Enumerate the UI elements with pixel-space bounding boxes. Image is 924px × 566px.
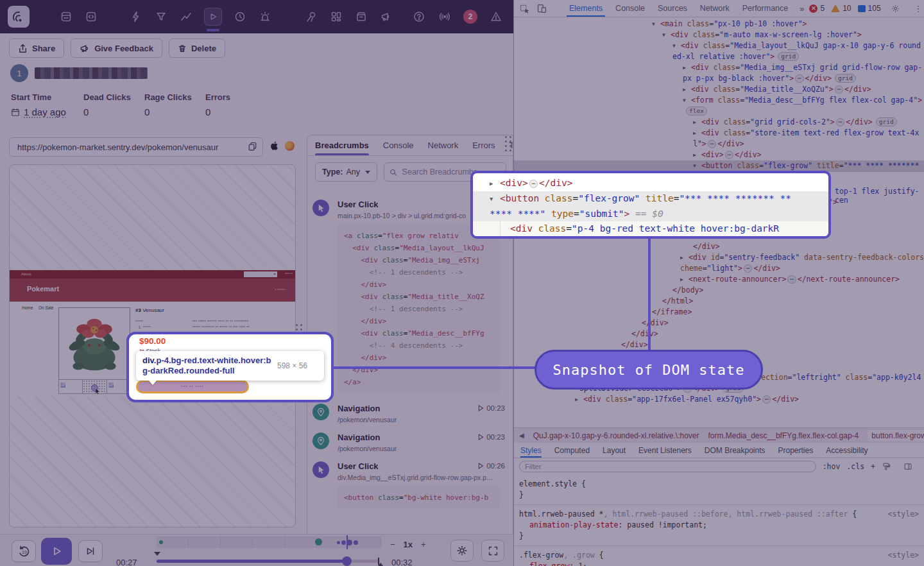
site-onsale-link[interactable]: On Sale (38, 305, 54, 310)
css-rule[interactable]: element.style {} (514, 475, 924, 504)
inspect-element-icon[interactable] (519, 3, 530, 14)
tab-layout[interactable]: Layout (603, 443, 626, 458)
issues-count[interactable]: 105 (858, 4, 881, 13)
styles-filter-input[interactable] (519, 461, 816, 472)
site-home-link[interactable]: Home (22, 305, 33, 310)
kebab-menu-icon[interactable]: ⋮ (911, 4, 924, 13)
devtools-resize-grip[interactable] (505, 136, 512, 152)
tab-console[interactable]: Console (609, 0, 651, 17)
dom-tree-row[interactable]: </div> (514, 318, 924, 329)
tab-network[interactable]: Network (428, 135, 459, 155)
tab-elements[interactable]: Elements (563, 0, 609, 17)
stats-icon[interactable] (179, 10, 193, 24)
explore-icon[interactable] (304, 10, 318, 24)
rewind-10s-button[interactable]: 10 (12, 540, 36, 562)
tab-errors[interactable]: Errors (472, 135, 495, 155)
sidebar-toggle-icon[interactable] (903, 462, 912, 471)
warning-count[interactable]: 10 (831, 4, 851, 13)
give-feedback-button[interactable]: Give Feedback (71, 39, 162, 58)
dom-tree-row[interactable]: ▼<main class="px-10 pb-10 :hover"> (514, 19, 924, 30)
dashboards-icon[interactable] (329, 10, 343, 24)
fullscreen-button[interactable] (481, 540, 504, 562)
speed-decrease-button[interactable]: − (390, 540, 395, 549)
paint-icon[interactable] (882, 462, 891, 471)
site-about-link[interactable]: About (21, 272, 31, 276)
crumb-back-icon[interactable]: ◀ (519, 432, 524, 439)
breadcrumb-item[interactable]: User Click00:26div.Media_img__eSTxj.grid… (312, 456, 513, 514)
breadcrumb-timestamp[interactable]: 00:26 (478, 462, 505, 470)
play-button[interactable] (41, 538, 72, 565)
skip-to-end-button[interactable] (78, 540, 103, 562)
type-filter-dropdown[interactable]: Type: Any (315, 162, 377, 182)
dom-snapshot-row[interactable]: ▼<button class="flex-grow" title="*** **… (473, 191, 828, 221)
stylesheet-link[interactable]: <style> (888, 550, 919, 561)
device-toolbar-icon[interactable] (536, 3, 547, 14)
tab-console[interactable]: Console (383, 135, 414, 155)
dom-tree-row[interactable]: </html> (514, 296, 924, 307)
devtools-settings-icon[interactable] (887, 4, 903, 13)
dom-tree-row[interactable]: ▶<div>⋯</div> (514, 150, 924, 160)
tab-accessibility[interactable]: Accessibility (826, 443, 868, 458)
dom-tree-row[interactable]: ▶<div class="Media_img__eSTxj grid grid-… (514, 62, 924, 84)
sentry-logo[interactable] (8, 6, 30, 28)
issues-icon[interactable] (59, 10, 73, 24)
onboarding-count-badge[interactable]: 2 (463, 10, 477, 24)
delete-button[interactable]: Delete (169, 39, 225, 58)
dom-tree-row[interactable]: ▶<div class="store-item text-red flex-gr… (514, 128, 924, 150)
site-select[interactable] (244, 271, 277, 277)
dom-snapshot-row[interactable]: <div class="p-4 bg-red text-white hover:… (473, 221, 828, 236)
player-settings-button[interactable] (450, 540, 474, 562)
dom-tree-row[interactable]: </div> (514, 241, 924, 252)
tab-dom-breakpoints[interactable]: DOM Breakpoints (705, 443, 766, 458)
event-timeline-track[interactable] (157, 536, 381, 548)
element-crumb[interactable]: form.Media_desc__bfFYg.flex.flex-col.gap… (708, 431, 859, 440)
copy-icon[interactable] (248, 141, 257, 153)
seek-handle[interactable] (342, 556, 352, 566)
dom-tree-row[interactable]: </iframe> (514, 307, 924, 318)
thumbnail-selected[interactable] (82, 379, 107, 394)
element-crumb[interactable]: button.flex-grow (868, 430, 924, 442)
breadcrumb-timestamp[interactable]: 00:23 (478, 404, 505, 412)
dom-tree-row[interactable]: ▼<div class="m-auto max-w-screen-lg :hov… (514, 30, 924, 40)
css-property[interactable]: flex-grow: 1; (519, 561, 919, 566)
tab-computed[interactable]: Computed (554, 443, 590, 458)
more-tabs-icon[interactable]: » (794, 4, 809, 13)
dom-tree-row[interactable]: ▶<div class="Media_title__XoQZu">⋯</div> (514, 84, 924, 95)
dom-tree-row[interactable]: ▶<div class="grid grid-cols-2">⋯</div>gr… (514, 117, 924, 128)
broadcast-icon[interactable] (438, 10, 452, 24)
thumbnail[interactable] (58, 379, 83, 394)
breadcrumb-item[interactable]: Navigation00:23/pokemon/venusaur (312, 427, 513, 456)
dom-tree-row[interactable]: </div> (514, 339, 924, 350)
crons-icon[interactable] (233, 10, 247, 24)
css-property[interactable]: animation-play-state: paused !important; (519, 520, 919, 531)
tab-event-listeners[interactable]: Event Listeners (638, 443, 692, 458)
alerts-siren-icon[interactable] (258, 10, 272, 24)
dom-tree-row[interactable]: ▼<form class="Media_desc__bfFYg flex fle… (514, 95, 924, 117)
error-count[interactable]: ✕5 (809, 4, 825, 13)
dom-tree-row[interactable]: </div> (514, 329, 924, 339)
hover-state-toggle[interactable]: :hov (823, 462, 841, 471)
class-toggle[interactable]: .cls (846, 462, 864, 471)
alerts-lightning-icon[interactable] (129, 10, 143, 24)
stat-value[interactable]: 1 day ago (24, 107, 66, 117)
tab-performance[interactable]: Performance (736, 0, 795, 17)
element-crumb[interactable]: QuJ.gap-x-10.gap-y-6.rounded-xl.relative… (533, 431, 699, 440)
dom-tree-row[interactable]: ▶<next-route-announcer>⋯</next-route-ann… (514, 274, 924, 285)
breadcrumb-timestamp[interactable]: 00:23 (478, 433, 505, 441)
replays-icon[interactable] (204, 8, 222, 26)
dom-tree-row[interactable]: ▶<div id="sentry-feedback" data-sentry-f… (514, 252, 924, 274)
tab-styles[interactable]: Styles (520, 443, 542, 458)
filters-icon[interactable] (154, 10, 168, 24)
tab-sources[interactable]: Sources (651, 0, 694, 17)
releases-icon[interactable] (354, 10, 368, 24)
feedback-megaphone-icon[interactable] (379, 10, 393, 24)
breadcrumb-item[interactable]: Navigation00:23/pokemon/venusaur (312, 399, 513, 427)
css-rule[interactable]: .flex-grow, .grow {flex-grow: 1;}<style> (514, 545, 924, 566)
stylesheet-link[interactable]: <style> (888, 509, 919, 520)
help-icon[interactable] (412, 10, 426, 24)
dom-tree-row[interactable]: ▼<div class="Media_layout__lkQuJ gap-x-1… (514, 40, 924, 62)
service-warning-icon[interactable] (489, 10, 503, 24)
speed-increase-button[interactable]: + (421, 540, 426, 549)
dom-snapshot-row[interactable]: ▶<div>⋯</div> (473, 176, 828, 191)
dom-tree-row[interactable]: </body> (514, 285, 924, 296)
